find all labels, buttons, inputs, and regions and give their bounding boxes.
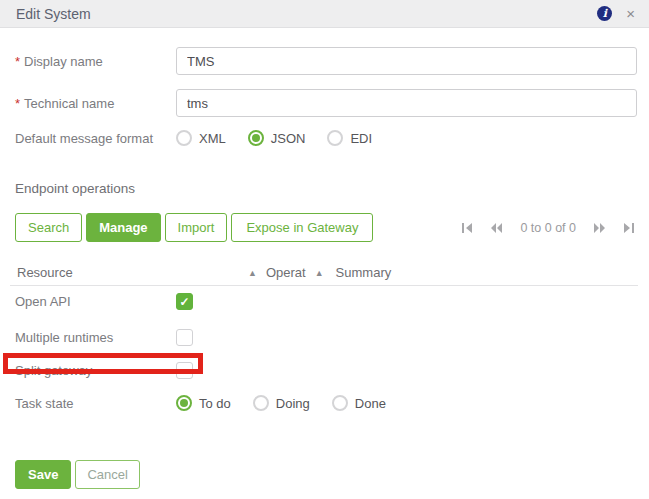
radio-json[interactable]: JSON — [248, 130, 306, 146]
radio-xml[interactable]: XML — [176, 130, 226, 146]
split-gateway-checkbox[interactable] — [176, 362, 193, 379]
search-button[interactable]: Search — [15, 213, 82, 242]
display-name-row: *Display name — [15, 47, 637, 75]
required-asterisk: * — [15, 96, 20, 111]
endpoint-operations-heading: Endpoint operations — [15, 181, 135, 196]
pagination: 0 to 0 of 0 — [461, 213, 635, 242]
cancel-button[interactable]: Cancel — [75, 460, 139, 489]
open-api-label: Open API — [15, 294, 176, 309]
radio-doing[interactable]: Doing — [253, 395, 310, 411]
open-api-row: Open API ✓ — [15, 293, 637, 310]
radio-icon — [176, 130, 192, 146]
task-state-radio-group: To do Doing Done — [176, 395, 408, 411]
expose-in-gateway-button[interactable]: Expose in Gateway — [231, 213, 373, 242]
required-asterisk: * — [15, 54, 20, 69]
message-format-row: Default message format XML JSON EDI — [15, 129, 637, 147]
manage-button[interactable]: Manage — [86, 213, 160, 242]
previous-page-icon[interactable] — [490, 223, 503, 233]
radio-icon — [253, 395, 269, 411]
radio-done[interactable]: Done — [332, 395, 386, 411]
technical-name-row: *Technical name — [15, 89, 637, 117]
task-state-row: Task state To do Doing Done — [15, 394, 637, 412]
split-gateway-row: Split gateway — [15, 362, 637, 379]
multiple-runtimes-label: Multiple runtimes — [15, 330, 176, 345]
column-header-resource[interactable]: Resource — [17, 265, 248, 280]
task-state-label: Task state — [15, 396, 176, 411]
display-name-label: *Display name — [15, 54, 176, 69]
open-api-checkbox-checked[interactable]: ✓ — [176, 293, 193, 310]
info-icon[interactable]: i — [597, 6, 612, 21]
column-header-operation[interactable]: Operat — [266, 265, 306, 280]
import-button[interactable]: Import — [165, 213, 228, 242]
close-icon[interactable]: × — [626, 6, 635, 21]
dialog-titlebar: Edit System i × — [0, 0, 649, 28]
split-gateway-label: Split gateway — [15, 363, 176, 378]
technical-name-label: *Technical name — [15, 96, 176, 111]
radio-selected-icon — [176, 395, 192, 411]
sort-asc-icon[interactable]: ▲ — [315, 268, 324, 278]
dialog-title: Edit System — [16, 6, 91, 22]
endpoint-toolbar: Search Manage Import Expose in Gateway — [15, 213, 373, 242]
save-button[interactable]: Save — [15, 460, 71, 489]
last-page-icon[interactable] — [623, 223, 635, 233]
radio-todo[interactable]: To do — [176, 395, 231, 411]
display-name-input[interactable] — [176, 47, 637, 75]
radio-icon — [332, 395, 348, 411]
radio-icon — [327, 130, 343, 146]
edit-system-dialog: Edit System i × *Display name *Technical… — [0, 0, 649, 499]
radio-selected-icon — [248, 130, 264, 146]
sort-asc-icon[interactable]: ▲ — [248, 268, 257, 278]
column-header-summary[interactable]: Summary — [336, 265, 392, 280]
multiple-runtimes-row: Multiple runtimes — [15, 329, 637, 346]
table-header: Resource ▲ Operat ▲ Summary — [10, 260, 638, 286]
first-page-icon[interactable] — [461, 223, 473, 233]
radio-edi[interactable]: EDI — [327, 130, 372, 146]
next-page-icon[interactable] — [593, 223, 606, 233]
message-format-label: Default message format — [15, 131, 176, 146]
message-format-radio-group: XML JSON EDI — [176, 130, 394, 146]
multiple-runtimes-checkbox[interactable] — [176, 329, 193, 346]
pagination-status: 0 to 0 of 0 — [520, 221, 576, 235]
dialog-footer: Save Cancel — [15, 460, 140, 489]
technical-name-input[interactable] — [176, 89, 637, 117]
